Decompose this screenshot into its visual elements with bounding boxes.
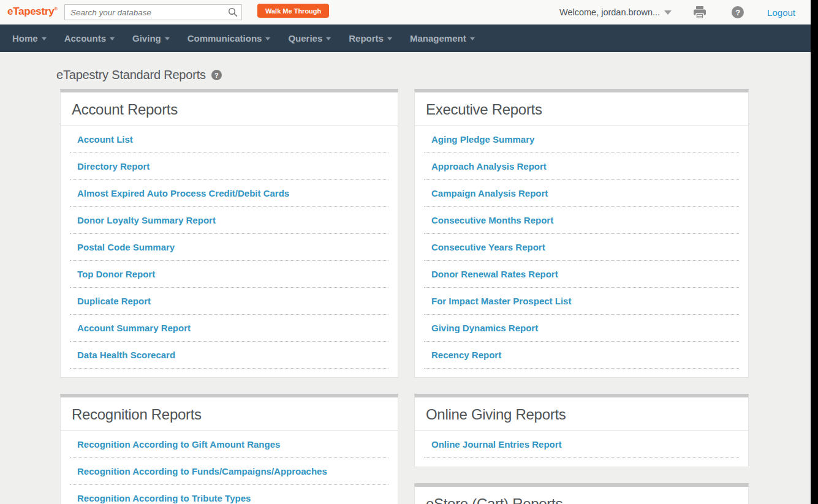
report-list-item: Data Health Scorecard [70,342,388,369]
main-nav: HomeAccountsGivingCommunicationsQueriesR… [0,24,811,52]
nav-item-label: Home [12,33,38,43]
search-icon[interactable] [228,7,238,17]
page-title: eTapestry Standard Reports [56,68,206,82]
report-list-item: Top Donor Report [70,261,388,288]
help-button[interactable]: ? [732,6,744,18]
panel-recognition-reports: Recognition ReportsRecognition According… [60,394,398,504]
printer-icon [692,6,707,19]
report-link-campaign-analysis-report[interactable]: Campaign Analysis Report [431,188,548,198]
nav-item-queries[interactable]: Queries [288,33,331,43]
registered-mark: ® [54,6,58,12]
user-menu[interactable]: Welcome, jordan.brown... [559,7,672,17]
report-list-item: Almost Expired Auto Process Credit/Debit… [70,180,388,207]
report-link-recognition-according-to-tribute-types[interactable]: Recognition According to Tribute Types [77,493,251,503]
report-list-item: Consecutive Months Report [424,207,739,234]
report-link-consecutive-months-report[interactable]: Consecutive Months Report [431,215,553,225]
report-list-item: Online Journal Entries Report [424,431,739,458]
nav-item-label: Queries [288,33,322,43]
report-link-recognition-according-to-gift-amount-ranges[interactable]: Recognition According to Gift Amount Ran… [77,439,280,449]
report-link-online-journal-entries-report[interactable]: Online Journal Entries Report [431,439,562,449]
top-header: eTapestry® Walk Me Through Welcome, jord… [0,0,811,24]
panel-body: Recognition According to Gift Amount Ran… [61,431,398,504]
nav-item-giving[interactable]: Giving [132,33,170,43]
report-list-item: For Impact Master Prospect List [424,288,739,315]
chevron-down-icon [470,37,475,40]
report-link-donor-loyalty-summary-report[interactable]: Donor Loyalty Summary Report [77,215,216,225]
report-link-recognition-according-to-funds-campaigns-approaches[interactable]: Recognition According to Funds/Campaigns… [77,466,327,476]
report-link-data-health-scorecard[interactable]: Data Health Scorecard [77,350,175,360]
report-list-item: Campaign Analysis Report [424,180,739,207]
panel-body: Account ListDirectory ReportAlmost Expir… [61,126,398,377]
report-link-for-impact-master-prospect-list[interactable]: For Impact Master Prospect List [431,296,571,306]
panel-title: Recognition Reports [61,397,398,431]
report-list-item: Giving Dynamics Report [424,315,739,342]
report-list-item: Directory Report [70,153,388,180]
report-list-item: Consecutive Years Report [424,234,739,261]
report-list-item: Recognition According to Funds/Campaigns… [70,458,388,485]
screenshot-root: eTapestry® Walk Me Through Welcome, jord… [0,0,818,504]
report-link-giving-dynamics-report[interactable]: Giving Dynamics Report [431,323,538,333]
welcome-text: Welcome, jordan.brown... [559,7,660,17]
report-list-item: Donor Loyalty Summary Report [70,207,388,234]
panel-title: Executive Reports [415,92,748,126]
print-button[interactable] [692,6,707,19]
report-link-donor-renewal-rates-report[interactable]: Donor Renewal Rates Report [431,269,558,279]
report-link-postal-code-summary[interactable]: Postal Code Summary [77,242,175,252]
report-list-item: Recency Report [424,342,739,369]
panel-estore-cart-reports: eStore (Cart) Reports [414,483,749,504]
report-list-item: Aging Pledge Summary [424,126,739,153]
report-link-approach-analysis-report[interactable]: Approach Analysis Report [431,161,547,171]
panel-body: Online Journal Entries Report [415,431,748,467]
report-list-item: Postal Code Summary [70,234,388,261]
logout-link[interactable]: Logout [767,7,795,18]
panel-body: Aging Pledge SummaryApproach Analysis Re… [415,126,748,377]
report-link-account-summary-report[interactable]: Account Summary Report [77,323,191,333]
report-link-directory-report[interactable]: Directory Report [77,161,150,171]
nav-item-accounts[interactable]: Accounts [64,33,115,43]
panel-account-reports: Account ReportsAccount ListDirectory Rep… [60,89,398,378]
nav-item-label: Communications [187,33,262,43]
walk-me-through-button[interactable]: Walk Me Through [257,4,329,18]
panel-title: eStore (Cart) Reports [415,487,748,504]
chevron-down-icon [42,37,47,40]
nav-item-reports[interactable]: Reports [349,33,392,43]
search-input[interactable] [64,4,242,20]
chevron-down-icon [664,10,672,15]
report-link-duplicate-report[interactable]: Duplicate Report [77,296,151,306]
report-list-item: Approach Analysis Report [424,153,739,180]
nav-item-communications[interactable]: Communications [187,33,271,43]
nav-item-label: Reports [349,33,384,43]
panel-executive-reports: Executive ReportsAging Pledge SummaryApp… [414,89,749,378]
report-link-top-donor-report[interactable]: Top Donor Report [77,269,155,279]
chevron-down-icon [387,37,392,40]
nav-item-management[interactable]: Management [410,33,475,43]
page-title-row: eTapestry Standard Reports ? [56,68,222,82]
header-right-cluster: Welcome, jordan.brown... ? Logout [559,0,795,24]
chevron-down-icon [110,37,115,40]
reports-column-left: Account ReportsAccount ListDirectory Rep… [60,89,398,504]
chevron-down-icon [165,37,170,40]
chevron-down-icon [265,37,270,40]
report-link-aging-pledge-summary[interactable]: Aging Pledge Summary [431,134,534,145]
report-list-item: Duplicate Report [70,288,388,315]
nav-item-label: Accounts [64,33,106,43]
report-list-item: Account List [70,126,388,153]
report-list-item: Account Summary Report [70,315,388,342]
search-box [64,4,242,20]
logo-text: eTapestry [7,6,54,17]
page-help-icon[interactable]: ? [211,70,222,80]
report-link-account-list[interactable]: Account List [77,134,133,145]
help-icon: ? [732,6,744,18]
report-link-recency-report[interactable]: Recency Report [431,350,501,360]
reports-column-right: Executive ReportsAging Pledge SummaryApp… [414,89,749,504]
nav-item-home[interactable]: Home [12,33,47,43]
report-list-item: Recognition According to Gift Amount Ran… [70,431,388,458]
report-list-item: Donor Renewal Rates Report [424,261,739,288]
report-list-item: Recognition According to Tribute Types [70,485,388,504]
report-link-almost-expired-auto-process-credit-debit-cards[interactable]: Almost Expired Auto Process Credit/Debit… [77,188,289,198]
report-link-consecutive-years-report[interactable]: Consecutive Years Report [431,242,545,252]
nav-item-label: Management [410,33,466,43]
nav-item-label: Giving [132,33,161,43]
panel-online-giving-reports: Online Giving ReportsOnline Journal Entr… [414,394,749,467]
etapestry-app: eTapestry® Walk Me Through Welcome, jord… [0,0,811,504]
